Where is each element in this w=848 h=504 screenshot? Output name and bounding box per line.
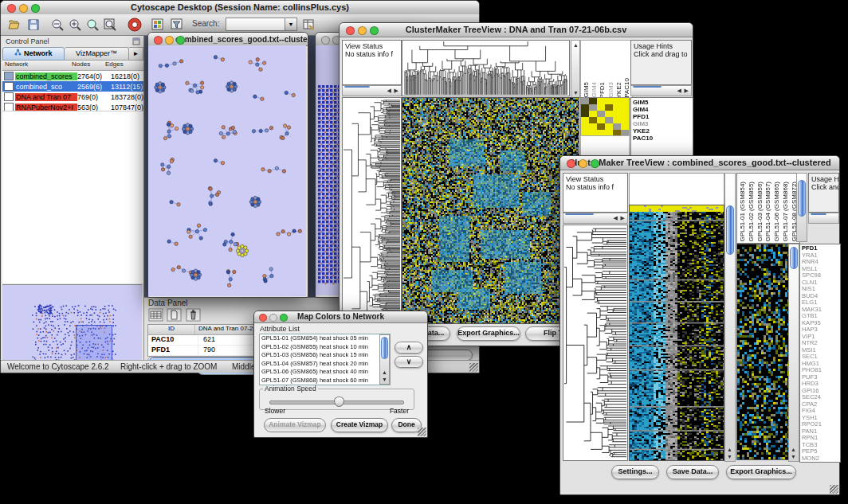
tab-network[interactable]: Network (2, 47, 65, 61)
attribute-list-item[interactable]: GPL51-03 (GSM856) heat shock 15 min (261, 351, 390, 360)
summary-matrix[interactable] (580, 97, 630, 137)
gene-label[interactable]: GIM4 (633, 106, 693, 113)
attribute-list-vscroll[interactable]: ▲▼ (379, 334, 390, 385)
search-input[interactable] (226, 18, 288, 31)
attribute-list-item[interactable]: GPL51-04 (GSM857) heat shock 20 min (261, 360, 390, 369)
heatmap-secondary-2[interactable] (736, 244, 789, 460)
zoom-window-icon[interactable] (370, 26, 379, 35)
heatmap-main-1[interactable] (402, 97, 579, 324)
close-icon[interactable] (259, 314, 267, 322)
array-dendrogram-1[interactable] (402, 40, 570, 96)
column-labels-vscroll[interactable] (796, 173, 807, 242)
matrix-cell (605, 117, 613, 123)
export-graphics-button[interactable]: Export Graphics... (457, 326, 520, 341)
secondary-vscroll-2[interactable]: ▲▼ (788, 244, 799, 462)
zoom-selected-icon[interactable] (85, 18, 100, 32)
export-graphics-button-2[interactable]: Export Graphics... (726, 465, 796, 479)
treeview-resize-grip[interactable] (830, 485, 838, 494)
heatmap-vscroll-2[interactable]: ▲▼ (724, 173, 736, 462)
minimize-icon[interactable] (19, 4, 28, 13)
gene-label[interactable]: MON2 (802, 455, 840, 463)
zoom-window-icon[interactable] (31, 4, 40, 13)
data-panel-toolbar (148, 308, 201, 325)
delete-attribute-icon[interactable] (186, 308, 201, 322)
speed-slider-thumb[interactable] (334, 397, 344, 407)
open-file-icon[interactable] (7, 18, 22, 32)
save-session-icon[interactable] (26, 18, 41, 32)
map-colors-dialog: Map Colors to Network Attribute List GPL… (253, 311, 428, 438)
usage-hints-hscroll-2[interactable] (808, 213, 839, 224)
network-list-row[interactable]: combined_scores2764(0)16218(0) (2, 71, 143, 81)
minimize-icon[interactable] (358, 26, 367, 35)
close-icon[interactable] (7, 4, 16, 13)
zoom-window-icon[interactable] (591, 159, 599, 168)
matrix-cell (613, 104, 621, 111)
minimize-icon[interactable] (579, 159, 587, 168)
attribute-list-item[interactable]: GPL51-01 (GSM854) heat shock 05 min (261, 334, 390, 343)
heatmap-main-2[interactable] (629, 205, 724, 461)
zoom-window-icon[interactable] (176, 36, 185, 45)
matrix-cell (581, 111, 589, 117)
new-attribute-icon[interactable] (167, 308, 182, 322)
search-dropdown-icon[interactable]: ▼ (285, 18, 297, 31)
move-up-button[interactable]: ∧ (395, 342, 423, 354)
tab-overflow-arrow-icon[interactable]: ► (129, 47, 143, 61)
minimize-icon[interactable] (269, 314, 277, 322)
settings-button[interactable]: Settings... (611, 465, 659, 479)
zoom-fit-icon[interactable] (103, 18, 117, 32)
attribute-list-item[interactable]: GPL51-02 (GSM855) heat shock 10 min (261, 343, 390, 352)
attribute-list-item[interactable]: GPL51-07 (GSM868) heat shock 60 min (261, 377, 390, 385)
view-status-hscroll[interactable]: ◀▶ (342, 85, 402, 96)
minimize-icon[interactable] (165, 36, 174, 45)
attribute-list-item[interactable]: GPL51-06 (GSM865) heat shock 40 min (261, 368, 390, 377)
resize-grip[interactable] (469, 363, 478, 372)
network-list-row[interactable]: combined_sco2569(6)13112(15) (2, 81, 143, 92)
array-vscroll-1[interactable]: ▲▼ (571, 40, 580, 98)
matrix-cell (621, 123, 629, 130)
close-icon[interactable] (567, 159, 575, 168)
filter-icon[interactable] (170, 18, 184, 32)
attribute-list[interactable]: GPL51-01 (GSM854) heat shock 05 minGPL51… (259, 334, 391, 385)
close-icon[interactable] (321, 36, 330, 45)
zoom-out-icon[interactable] (50, 18, 65, 32)
treeview-combined-titlebar[interactable]: ClusterMaker TreeView : combined_scores_… (560, 156, 839, 170)
gene-label[interactable]: PFD1 (633, 113, 693, 120)
dialog-resize-grip[interactable] (418, 428, 426, 436)
gene-label[interactable]: GIM5 (633, 99, 693, 106)
select-attributes-icon[interactable] (148, 308, 163, 322)
vizmap-icon[interactable] (151, 18, 165, 32)
gene-label[interactable]: GIM3 (633, 120, 693, 127)
network-canvas[interactable] (148, 45, 306, 296)
gene-dendrogram-2[interactable] (563, 225, 628, 461)
view-status-hscroll-2[interactable]: ◀▶ (563, 213, 628, 224)
treeview-dna-titlebar[interactable]: ClusterMaker TreeView : DNA and Tran 07-… (340, 23, 693, 37)
cell-id: PAC10 (148, 335, 198, 345)
gene-label[interactable]: PAC10 (633, 135, 693, 142)
zoom-window-icon[interactable] (280, 314, 288, 322)
network-view-titlebar[interactable]: combined_scores_good.txt--cluste... (148, 33, 308, 46)
close-icon[interactable] (346, 26, 355, 35)
help-lifering-icon[interactable] (127, 17, 143, 33)
save-data-button-2[interactable]: Save Data... (666, 465, 719, 479)
zoom-in-icon[interactable] (68, 18, 82, 32)
table-icon[interactable] (302, 18, 316, 32)
matrix-cell (621, 117, 629, 123)
usage-hints-hscroll[interactable]: ◀▶ (630, 85, 692, 96)
data-panel-hscroll-right[interactable] (423, 350, 473, 361)
column-label: PAC10 (623, 78, 630, 98)
matrix-cell (605, 111, 613, 117)
dialog-titlebar[interactable]: Map Colors to Network (254, 311, 427, 323)
network-overview[interactable] (2, 284, 142, 366)
gene-dendrogram-1[interactable] (342, 97, 402, 345)
float-panel-icon[interactable] (132, 37, 140, 45)
animate-vizmap-button[interactable]: Animate Vizmap (264, 418, 326, 432)
gene-label[interactable]: YKE2 (633, 127, 693, 135)
main-titlebar[interactable]: Cytoscape Desktop (Session Name: collins… (1, 1, 479, 15)
close-icon[interactable] (154, 36, 163, 45)
view-status-panel-2: View StatusNo status info f (563, 173, 628, 213)
col-header-id[interactable]: ID (148, 325, 195, 334)
network-list-row[interactable]: DNA and Tran 07769(0)183728(0) (2, 92, 143, 102)
move-down-button[interactable]: ∨ (395, 356, 423, 368)
create-vizmap-button[interactable]: Create Vizmap (331, 418, 388, 432)
tab-vizmapper[interactable]: VizMapper™ (65, 47, 129, 61)
